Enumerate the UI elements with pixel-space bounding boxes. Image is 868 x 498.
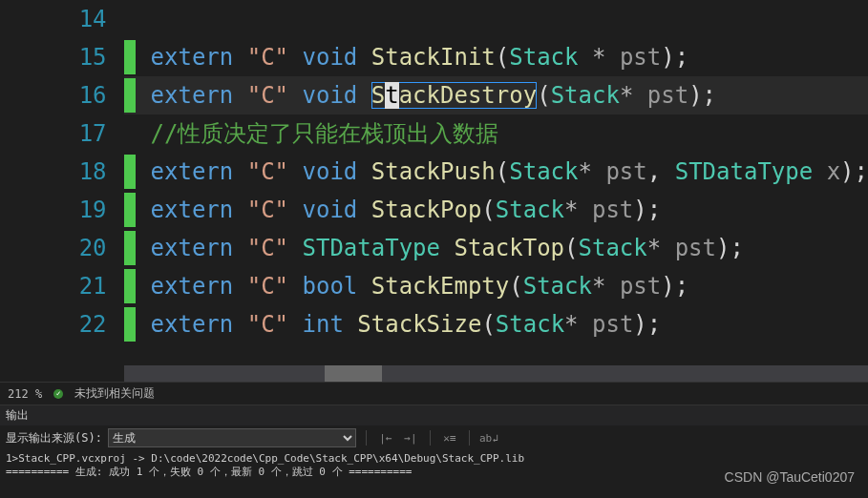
output-source-label: 显示输出来源(S): [6,430,102,446]
code-line[interactable]: extern "C" void StackPop(Stack* pst); [124,191,868,229]
line-number: 16 [0,76,107,114]
code-content[interactable]: extern "C" void StackInit(Stack * pst); … [124,0,868,382]
line-number: 17 [0,114,107,153]
separator [469,430,470,446]
line-number: 14 [0,0,107,38]
scrollbar-thumb[interactable] [325,365,382,382]
build-output-line: ========== 生成: 成功 1 个，失败 0 个，最新 0 个，跳过 0… [6,466,862,479]
line-number: 15 [0,38,107,76]
code-line[interactable]: //性质决定了只能在栈顶出入数据 [124,114,868,153]
prev-message-icon[interactable]: |← [376,429,395,446]
change-marker [124,78,136,113]
separator [366,430,367,446]
horizontal-scrollbar[interactable] [124,365,868,382]
wrap-text-icon[interactable]: ab↲ [479,429,498,446]
zoom-level[interactable]: 212 % [8,387,42,401]
issues-status[interactable]: 未找到相关问题 [74,385,155,402]
line-number: 21 [0,267,107,305]
change-marker [124,155,136,189]
line-number: 19 [0,191,107,229]
output-panel-title[interactable]: 输出 [0,405,868,425]
line-number: 20 [0,229,107,267]
code-line[interactable]: extern "C" void StackPush(Stack* pst, ST… [124,153,868,191]
code-line[interactable]: extern "C" bool StackEmpty(Stack* pst); [124,267,868,305]
output-console[interactable]: 1>Stack_CPP.vcxproj -> D:\code\2022code\… [0,450,868,498]
change-marker [124,40,136,74]
output-toolbar: 显示输出来源(S): 生成 |← →| ✕≡ ab↲ [0,425,868,450]
code-line[interactable] [124,0,868,38]
change-marker [124,193,136,227]
line-number: 22 [0,305,107,343]
change-marker [124,231,136,265]
code-line[interactable]: extern "C" STDataType StackTop(Stack* ps… [124,229,868,267]
separator [430,430,431,446]
build-output-line: 1>Stack_CPP.vcxproj -> D:\code\2022code\… [6,452,862,466]
code-line-current[interactable]: extern "C" void StackDestroy(Stack* pst)… [124,76,868,114]
change-marker [124,307,136,342]
output-source-select[interactable]: 生成 [108,428,356,447]
code-line[interactable]: extern "C" void StackInit(Stack * pst); [124,38,868,76]
editor-status-bar: 212 % ✓ 未找到相关问题 [0,382,868,405]
text-cursor: t [385,82,398,109]
code-line[interactable]: extern "C" int StackSize(Stack* pst); [124,305,868,343]
line-number: 18 [0,153,107,191]
clear-output-icon[interactable]: ✕≡ [440,429,459,446]
next-message-icon[interactable]: →| [401,429,420,446]
text-selection: StackDestroy [371,82,537,109]
change-marker [124,269,136,303]
code-editor[interactable]: 14 15 16 17 18 19 20 21 22 extern "C" vo… [0,0,868,382]
check-icon: ✓ [53,389,63,399]
line-number-gutter: 14 15 16 17 18 19 20 21 22 [0,0,124,382]
